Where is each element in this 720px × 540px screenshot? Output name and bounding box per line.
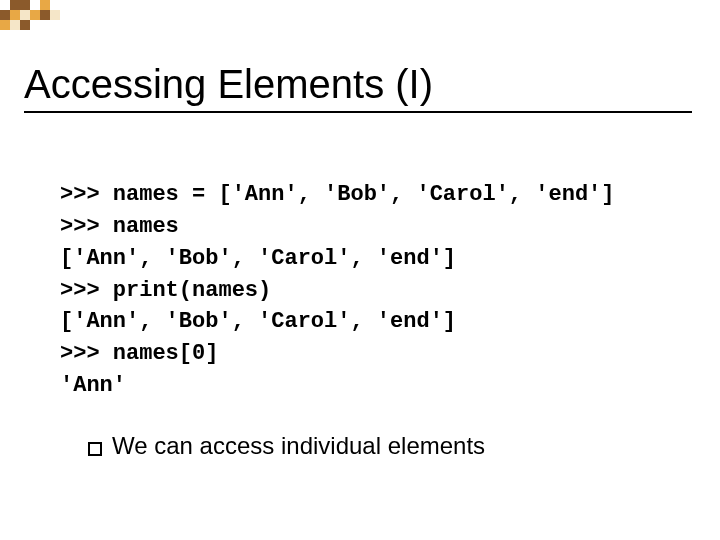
bullet-item: We can access individual elements [24,432,696,460]
code-line: ['Ann', 'Bob', 'Carol', 'end'] [60,246,456,271]
code-line: ['Ann', 'Bob', 'Carol', 'end'] [60,309,456,334]
code-line: 'Ann' [60,373,126,398]
slide-logo [0,0,60,40]
slide-title: Accessing Elements (I) [24,62,696,107]
code-line: >>> names = ['Ann', 'Bob', 'Carol', 'end… [60,182,615,207]
code-block: >>> names = ['Ann', 'Bob', 'Carol', 'end… [24,147,696,402]
square-bullet-icon [88,442,102,456]
title-rule [24,111,692,113]
slide-content: Accessing Elements (I) >>> names = ['Ann… [0,0,720,460]
bullet-text: We can access individual elements [112,432,485,460]
code-line: >>> names [60,214,179,239]
code-line: >>> print(names) [60,278,271,303]
code-line: >>> names[0] [60,341,218,366]
